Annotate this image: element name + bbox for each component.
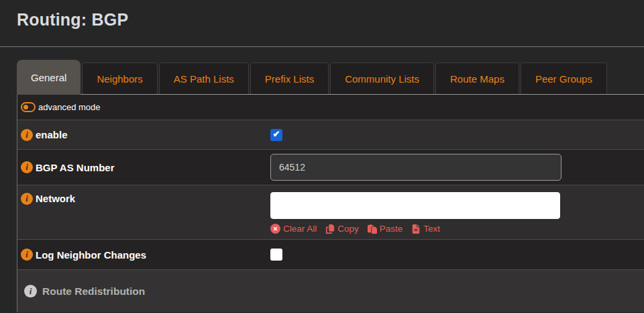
field-label: Network [36, 193, 75, 204]
network-actions: Clear All Copy Paste Text [270, 224, 440, 234]
field-label: BGP AS Number [36, 162, 115, 173]
advanced-mode-label[interactable]: advanced mode [38, 102, 101, 112]
tab-label: Neighbors [97, 73, 142, 85]
tab-label: Community Lists [345, 73, 419, 85]
field-label-cell: Network [17, 185, 270, 239]
bgp-as-number-input[interactable] [270, 154, 561, 181]
action-label: Paste [380, 224, 403, 234]
form-row-network: Network Clear All Copy Paste [17, 185, 644, 240]
info-circle-icon[interactable] [21, 193, 33, 205]
file-text-icon [411, 224, 421, 234]
field-label-cell: Log Neighbor Changes [17, 240, 270, 269]
form-row-bgp-as-number: BGP AS Number [17, 150, 644, 185]
info-circle-muted-icon [24, 285, 37, 298]
log-neighbor-changes-checkbox[interactable] [270, 249, 282, 261]
circle-x-icon [270, 224, 280, 234]
field-label-cell: enable [17, 120, 270, 149]
check-icon [273, 130, 280, 138]
toggle-off-icon[interactable] [21, 102, 36, 112]
tab-prefix-lists[interactable]: Prefix Lists [250, 62, 329, 94]
field-control-cell [270, 240, 644, 269]
field-control-cell [270, 150, 644, 185]
tab-label: Peer Groups [535, 73, 592, 85]
action-label: Clear All [283, 224, 317, 234]
tab-label: General [31, 72, 66, 83]
field-label: Log Neighbor Changes [36, 249, 146, 261]
tab-label: Prefix Lists [265, 73, 314, 85]
tab-bar: General Neighbors AS Path Lists Prefix L… [17, 62, 644, 95]
info-circle-icon[interactable] [21, 249, 33, 261]
tab-label: Route Maps [450, 73, 504, 85]
clear-all-action[interactable]: Clear All [270, 224, 317, 234]
enable-checkbox[interactable] [270, 129, 282, 141]
page-title: Routing: BGP [17, 10, 644, 30]
tab-general[interactable]: General [17, 60, 80, 95]
field-label-cell: BGP AS Number [17, 150, 270, 185]
action-label: Text [423, 224, 440, 234]
tab-route-maps[interactable]: Route Maps [435, 62, 519, 94]
section-label: Route Redistribution [42, 285, 145, 298]
advanced-mode-row: advanced mode [17, 95, 644, 120]
form-row-log-neighbor-changes: Log Neighbor Changes [17, 240, 644, 270]
tab-peer-groups[interactable]: Peer Groups [521, 62, 607, 94]
text-action[interactable]: Text [411, 224, 440, 234]
field-label: enable [36, 129, 68, 140]
tab-neighbors[interactable]: Neighbors [82, 62, 157, 94]
info-circle-icon[interactable] [21, 129, 33, 141]
info-circle-icon[interactable] [21, 161, 33, 173]
field-control-cell [270, 120, 644, 149]
action-label: Copy [337, 224, 359, 234]
route-redistribution-section: Route Redistribution [17, 270, 644, 312]
form-row-enable: enable [17, 120, 644, 150]
page-header: Routing: BGP [0, 0, 644, 47]
field-control-cell: Clear All Copy Paste Text [270, 185, 644, 239]
tab-as-path-lists[interactable]: AS Path Lists [159, 62, 249, 94]
network-input[interactable] [270, 192, 560, 219]
tab-label: AS Path Lists [174, 73, 234, 85]
paste-icon [368, 224, 377, 234]
copy-action[interactable]: Copy [325, 224, 359, 234]
paste-action[interactable]: Paste [368, 224, 403, 234]
tab-community-lists[interactable]: Community Lists [330, 62, 434, 94]
bgp-general-form: advanced mode enable BGP AS Number Netwo… [17, 95, 644, 312]
copy-icon [325, 224, 335, 234]
